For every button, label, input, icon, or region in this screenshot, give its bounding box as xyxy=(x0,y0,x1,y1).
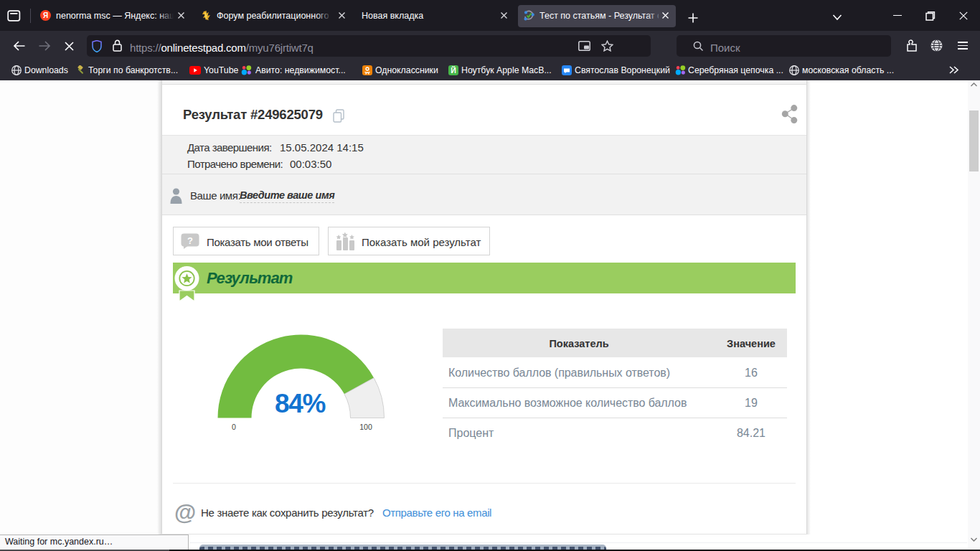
svg-text:Й: Й xyxy=(451,66,456,75)
svg-text:?: ? xyxy=(187,235,193,246)
svg-text:Я: Я xyxy=(43,11,48,19)
